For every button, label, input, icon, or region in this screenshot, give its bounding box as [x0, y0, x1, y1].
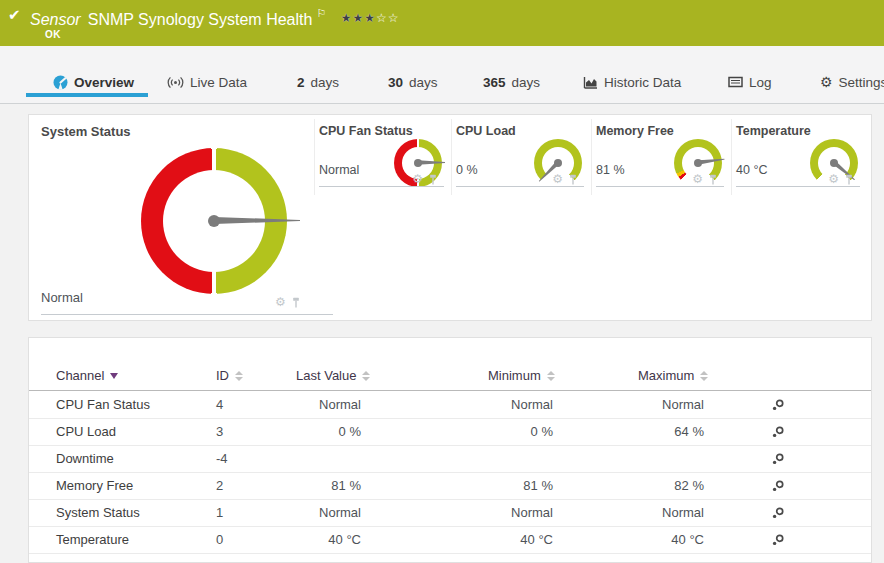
sensor-title: SNMP Synology System Health: [88, 11, 313, 28]
channel-settings-icon[interactable]: [771, 526, 791, 547]
mini-gauge-value: 81 %: [596, 163, 625, 177]
tab-365-days[interactable]: 365 days: [483, 70, 540, 94]
cell-channel: Downtime: [56, 445, 206, 472]
tab-log-label: Log: [749, 75, 772, 90]
live-data-icon: [167, 76, 184, 89]
tab-live-data-label: Live Data: [190, 75, 247, 90]
cell-channel: System Status: [56, 499, 206, 526]
table-row: Memory Free 2 81 % 81 % 82 %: [29, 472, 871, 500]
tab-historic-data[interactable]: Historic Data: [583, 70, 681, 94]
mini-gauge-label: CPU Load: [456, 124, 516, 138]
primary-gauge-actions: ⚙: [275, 296, 301, 308]
priority-stars-filled: ★★★: [341, 11, 376, 25]
primary-gauge-label: System Status: [41, 124, 131, 139]
table-row: Downtime -4: [29, 445, 871, 473]
mini-gauge-value: 0 %: [456, 163, 478, 177]
gear-icon[interactable]: ⚙: [828, 173, 839, 185]
flag-icon[interactable]: ⚐: [316, 7, 326, 19]
tab-365-days-label: days: [512, 75, 541, 90]
tab-overview-label: Overview: [74, 75, 134, 90]
cell-minimum: Normal: [433, 499, 553, 526]
pin-icon[interactable]: [291, 297, 301, 308]
pin-icon[interactable]: [428, 174, 438, 185]
mini-gauge-cpu-fan-status: CPU Fan Status Normal ⚙: [314, 119, 452, 195]
cell-maximum: 40 °C: [584, 526, 704, 553]
cell-channel: CPU Load: [56, 418, 206, 445]
cell-maximum: Normal: [584, 391, 704, 418]
sort-toggle-icon: [362, 371, 370, 381]
tab-overview[interactable]: Overview: [53, 70, 134, 94]
tab-2-days-number: 2: [297, 75, 305, 90]
priority-stars[interactable]: ★★★☆☆: [341, 11, 400, 25]
mini-gauge-label: CPU Fan Status: [319, 124, 413, 138]
priority-stars-empty: ☆☆: [376, 11, 400, 25]
sort-toggle-icon: [235, 371, 243, 381]
gear-icon[interactable]: ⚙: [275, 296, 286, 308]
channel-settings-icon[interactable]: [771, 445, 791, 466]
mini-gauge-cpu-load: CPU Load 0 % ⚙: [451, 119, 592, 195]
cell-last-value: 0 %: [249, 418, 361, 445]
table-row: System Status 1 Normal Normal Normal: [29, 499, 871, 527]
gear-icon: ⚙: [820, 75, 833, 89]
cell-channel: Memory Free: [56, 472, 206, 499]
mini-gauge-actions: ⚙: [692, 173, 718, 185]
column-header-id[interactable]: ID: [216, 368, 243, 383]
status-check-icon: ✔: [8, 6, 21, 24]
cell-last-value: 40 °C: [249, 526, 361, 553]
mini-gauge-value: Normal: [319, 163, 359, 177]
tab-30-days-label: days: [409, 75, 438, 90]
chart-icon: [583, 76, 598, 89]
channel-settings-icon[interactable]: [771, 418, 791, 439]
status-badge: OK: [45, 29, 61, 40]
sensor-kind-label: Sensor: [30, 11, 81, 28]
column-header-maximum[interactable]: Maximum: [638, 368, 708, 383]
column-header-last-value[interactable]: Last Value: [296, 368, 370, 383]
tab-2-days-label: days: [311, 75, 340, 90]
tab-2-days[interactable]: 2 days: [297, 70, 339, 94]
pin-icon[interactable]: [844, 174, 854, 185]
gear-icon[interactable]: ⚙: [692, 173, 703, 185]
table-row: CPU Fan Status 4 Normal Normal Normal: [29, 391, 871, 419]
sensor-status-header: ✔ SensorSNMP Synology System Health⚐ ★★★…: [0, 0, 884, 46]
gauge-icon: [53, 75, 68, 90]
pin-icon[interactable]: [568, 174, 578, 185]
cell-minimum: Normal: [433, 391, 553, 418]
mini-gauge-actions: ⚙: [412, 173, 438, 185]
cell-minimum: 40 °C: [433, 526, 553, 553]
mini-gauge-label: Temperature: [736, 124, 811, 138]
mini-gauge-actions: ⚙: [552, 173, 578, 185]
gear-icon[interactable]: ⚙: [412, 173, 423, 185]
tab-settings[interactable]: ⚙ Settings: [820, 70, 884, 94]
gear-icon[interactable]: ⚙: [552, 173, 563, 185]
channel-settings-icon[interactable]: [771, 499, 791, 520]
mini-gauge-temperature: Temperature 40 °C ⚙: [731, 119, 868, 195]
sort-toggle-icon: [700, 371, 708, 381]
system-status-gauge: [141, 148, 287, 294]
table-row: CPU Load 3 0 % 0 % 64 %: [29, 418, 871, 446]
pin-icon[interactable]: [708, 174, 718, 185]
cell-id: -4: [216, 445, 276, 472]
column-header-channel[interactable]: Channel: [56, 368, 118, 383]
tab-bar: Overview Live Data 2 days 30 days 365 da…: [0, 46, 884, 104]
tab-historic-data-label: Historic Data: [604, 75, 681, 90]
cell-last-value: 81 %: [249, 472, 361, 499]
channels-table-panel: Channel ID Last Value Minimum Maximum CP…: [28, 337, 872, 563]
cell-minimum: 0 %: [433, 418, 553, 445]
table-row: Temperature 0 40 °C 40 °C 40 °C: [29, 526, 871, 554]
channel-settings-icon[interactable]: [771, 472, 791, 493]
active-tab-underline: [26, 93, 148, 97]
tab-30-days-number: 30: [388, 75, 403, 90]
tab-30-days[interactable]: 30 days: [388, 70, 438, 94]
cell-maximum: Normal: [584, 499, 704, 526]
tab-log[interactable]: Log: [728, 70, 772, 94]
gauges-panel: System Status Normal ⚙ CPU Fan Status No…: [28, 114, 872, 321]
cell-channel: CPU Fan Status: [56, 391, 206, 418]
mini-gauge-actions: ⚙: [828, 173, 854, 185]
cell-maximum: 64 %: [584, 418, 704, 445]
tab-live-data[interactable]: Live Data: [167, 70, 247, 94]
channel-settings-icon[interactable]: [771, 391, 791, 412]
column-header-minimum[interactable]: Minimum: [488, 368, 555, 383]
table-header-row: Channel ID Last Value Minimum Maximum: [29, 366, 871, 391]
primary-gauge-value: Normal: [41, 290, 83, 305]
prtg-sensor-page: ✔ SensorSNMP Synology System Health⚐ ★★★…: [0, 0, 884, 563]
